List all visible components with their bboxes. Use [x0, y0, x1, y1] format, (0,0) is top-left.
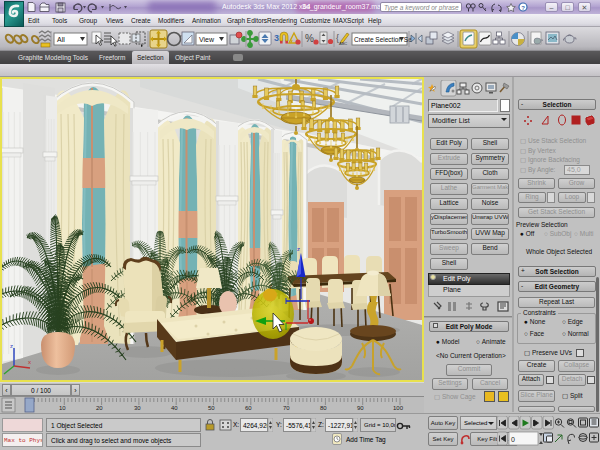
svg-text:?: ?: [521, 5, 525, 11]
svg-text:Create Selection Se: Create Selection Se: [354, 36, 412, 43]
svg-text:x: x: [28, 359, 31, 365]
svg-text:All: All: [57, 36, 65, 43]
svg-text:3: 3: [274, 33, 279, 43]
svg-text:%: %: [305, 33, 314, 44]
svg-text:ABC: ABC: [339, 41, 347, 46]
svg-text:View: View: [199, 36, 215, 43]
svg-text:z: z: [10, 343, 13, 349]
svg-text:z: z: [297, 246, 300, 252]
svg-text:0: 0: [511, 436, 515, 443]
